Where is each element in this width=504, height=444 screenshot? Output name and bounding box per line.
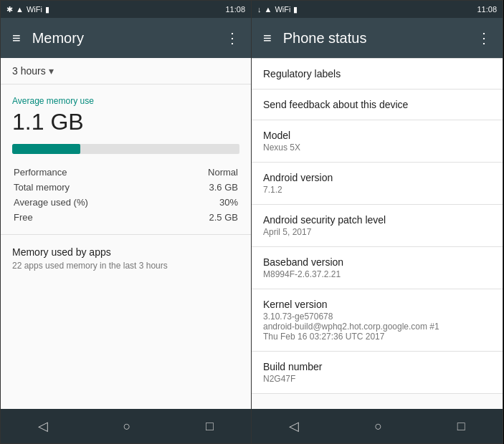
status-item-value: N2G47F [263, 374, 491, 384]
status-list-item[interactable]: Send feedback about this device [252, 90, 503, 120]
signal-icon: ▲ [16, 5, 24, 14]
stat-label: Free [14, 211, 173, 224]
status-list-item: Build numberN2G47F [252, 352, 503, 394]
battery-icon: ▮ [45, 5, 49, 14]
memory-stat-row: Average used (%) 30% [14, 196, 238, 209]
home-button-left[interactable]: ○ [123, 419, 131, 434]
recents-button-left[interactable]: □ [206, 419, 214, 434]
status-item-value: April 5, 2017 [263, 227, 491, 237]
memory-stat-row: Total memory 3.6 GB [14, 180, 238, 194]
recents-button-right[interactable]: □ [457, 419, 465, 434]
toolbar-title-left: Memory [32, 30, 225, 47]
more-icon-right[interactable]: ⋮ [477, 29, 491, 47]
status-item-title: Regulatory labels [263, 68, 491, 79]
stat-value: 3.6 GB [174, 180, 238, 194]
status-time-left: 11:08 [225, 5, 245, 14]
home-button-right[interactable]: ○ [374, 419, 382, 434]
memory-stat-row: Free 2.5 GB [14, 211, 238, 224]
avg-memory-label: Average memory use [12, 96, 239, 106]
status-list-item: Android version7.1.2 [252, 163, 503, 205]
nav-bar-left: ◁ ○ □ [1, 409, 251, 443]
memory-bar-fill [12, 144, 80, 154]
status-bar-right-time: 11:08 [477, 5, 497, 14]
menu-icon-left[interactable]: ≡ [12, 30, 21, 47]
status-item-title: Build number [263, 361, 491, 372]
nav-bar-right: ◁ ○ □ [252, 409, 503, 443]
time-label: 3 hours [12, 65, 46, 77]
memory-section: Average memory use 1.1 GB Performance No… [1, 85, 251, 234]
status-bar-right-left-icons: ↓ ▲ WiFi ▮ [257, 5, 298, 14]
signal-icon-r: ▲ [265, 5, 272, 14]
memory-stats-table: Performance Normal Total memory 3.6 GB A… [12, 164, 239, 226]
status-bar-left: ✱ ▲ WiFi ▮ 11:08 [1, 1, 251, 18]
status-time-right: 11:08 [477, 5, 497, 14]
stat-value: Normal [174, 165, 238, 179]
status-item-title: Kernel version [263, 299, 491, 310]
menu-icon-right[interactable]: ≡ [263, 30, 272, 47]
status-list-item: Android security patch levelApril 5, 201… [252, 205, 503, 247]
status-item-title: Android security patch level [263, 214, 491, 226]
toolbar-right: ≡ Phone status ⋮ [252, 18, 503, 58]
stat-value: 2.5 GB [174, 211, 238, 224]
status-item-title: Send feedback about this device [263, 99, 491, 110]
download-icon: ↓ [257, 5, 262, 14]
status-item-value: 3.10.73-ge570678 android-build@wphq2.hot… [263, 312, 491, 342]
status-item-value: Nexus 5X [263, 143, 491, 153]
memory-content: 3 hours ▾ Average memory use 1.1 GB Perf… [1, 58, 251, 409]
status-bar-left-icons: ✱ ▲ WiFi ▮ [6, 5, 49, 14]
stat-label: Average used (%) [14, 196, 173, 209]
phone-status-content: Regulatory labelsSend feedback about thi… [252, 58, 503, 409]
status-bar-right-icons: 11:08 [225, 5, 245, 14]
status-list-item: Kernel version3.10.73-ge570678 android-b… [252, 289, 503, 352]
toolbar-left: ≡ Memory ⋮ [1, 18, 251, 58]
memory-bar-container [12, 144, 239, 154]
back-button-left[interactable]: ◁ [38, 418, 48, 434]
status-list-item: ModelNexus 5X [252, 120, 503, 163]
status-item-value: M8994F-2.6.37.2.21 [263, 269, 491, 279]
stat-label: Total memory [14, 180, 173, 194]
stat-value: 30% [174, 196, 238, 209]
apps-subtitle: 22 apps used memory in the last 3 hours [12, 261, 239, 271]
back-button-right[interactable]: ◁ [289, 418, 299, 434]
battery-icon-r: ▮ [293, 5, 298, 14]
phone-status-panel: ↓ ▲ WiFi ▮ 11:08 ≡ Phone status ⋮ Regula… [252, 0, 503, 444]
status-item-title: Model [263, 130, 491, 141]
wifi-icon-r: WiFi [275, 5, 290, 14]
status-item-value: 7.1.2 [263, 185, 491, 195]
status-list-item: Baseband versionM8994F-2.6.37.2.21 [252, 247, 503, 289]
apps-section: Memory used by apps 22 apps used memory … [1, 235, 251, 282]
apps-title: Memory used by apps [12, 246, 239, 258]
more-icon-left[interactable]: ⋮ [225, 29, 239, 47]
status-list-item[interactable]: Regulatory labels [252, 58, 503, 90]
stat-label: Performance [14, 165, 173, 179]
memory-panel: ✱ ▲ WiFi ▮ 11:08 ≡ Memory ⋮ 3 hours ▾ Av… [0, 0, 252, 444]
avg-memory-value: 1.1 GB [12, 109, 239, 135]
status-item-title: Android version [263, 172, 491, 183]
status-bar-right: ↓ ▲ WiFi ▮ 11:08 [252, 1, 503, 18]
time-selector[interactable]: 3 hours ▾ [1, 58, 251, 85]
wifi-icon: WiFi [27, 5, 42, 14]
dropdown-icon: ▾ [49, 65, 54, 77]
bluetooth-icon: ✱ [6, 5, 13, 14]
toolbar-title-right: Phone status [283, 30, 477, 47]
status-list: Regulatory labelsSend feedback about thi… [252, 58, 503, 394]
memory-stat-row: Performance Normal [14, 165, 238, 179]
status-item-title: Baseband version [263, 256, 491, 268]
